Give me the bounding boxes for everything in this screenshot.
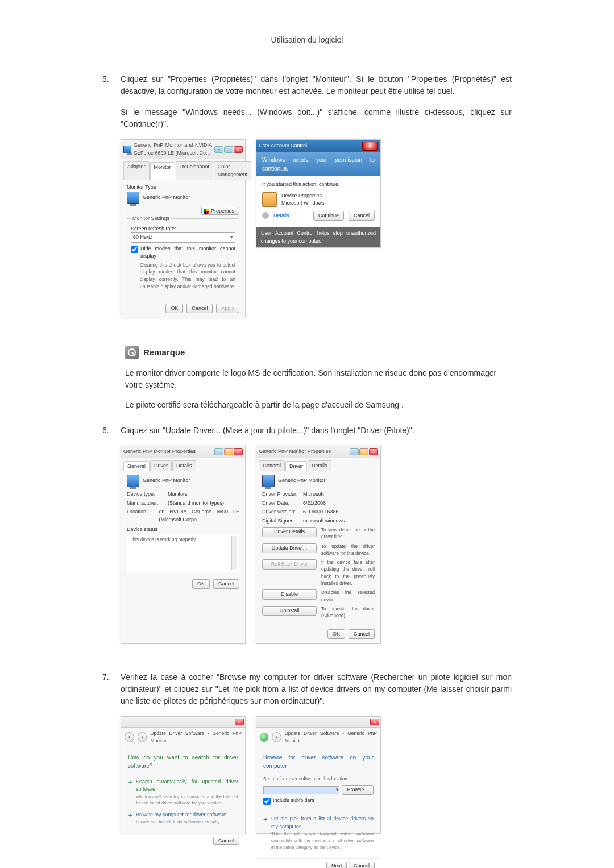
device-name: Generic PnP Monitor [278, 477, 325, 485]
close-button[interactable]: x [234, 448, 243, 455]
cancel-button[interactable]: Cancel [349, 211, 375, 221]
step-5-text-2: Si le message "Windows needs... (Windows… [121, 106, 512, 130]
cancel-button[interactable]: Cancel [213, 579, 239, 589]
include-subfolders-checkbox[interactable] [263, 798, 271, 805]
maximize-button[interactable]: ▢ [224, 448, 233, 455]
chevron-down-icon [262, 212, 269, 219]
step-5-text-1: Cliquez sur "Properties (Propriétés)" da… [121, 73, 512, 97]
device-status-box: This device is working properly. [127, 534, 239, 572]
tab-details[interactable]: Details [308, 460, 331, 471]
refresh-rate-label: Screen refresh rate: [131, 225, 235, 233]
forward-button[interactable]: › [272, 732, 281, 742]
manufacturer-value: (Standard monitor types) [168, 500, 224, 508]
ok-button[interactable]: OK [165, 304, 183, 314]
minimize-button[interactable]: – [214, 146, 223, 153]
location-input[interactable]: ▾ [263, 786, 339, 794]
close-button[interactable]: x [370, 719, 379, 725]
roll-back-driver-button[interactable]: Roll Back Driver [262, 559, 317, 570]
maximize-button[interactable]: ▢ [224, 146, 233, 153]
device-name: Generic PnP Monitor [143, 477, 190, 485]
hide-modes-label: Hide modes that this monitor cannot disp… [140, 245, 235, 260]
close-button[interactable]: x [369, 448, 378, 455]
app-icon [262, 192, 277, 207]
location-label: Location: [127, 508, 156, 524]
device-type-value: Monitors [168, 491, 188, 499]
forward-button[interactable]: › [138, 732, 147, 742]
tab-details[interactable]: Details [172, 460, 196, 471]
scrollbar[interactable] [231, 536, 237, 570]
arrow-icon: ➔ [263, 816, 268, 824]
next-button[interactable]: Next [326, 862, 347, 868]
tab-troubleshoot[interactable]: Troubleshoot [176, 161, 213, 180]
minimize-button[interactable]: – [214, 448, 223, 455]
update-driver-browse-dialog: x ‹ › Update Driver Software - Generic P… [256, 716, 381, 834]
browse-computer-option[interactable]: ➔ Browse my computer for driver software… [128, 809, 238, 828]
note-text-2: Le pilote certifié sera téléchargeable à… [125, 399, 512, 411]
update-driver-button[interactable]: Update Driver... [262, 543, 317, 554]
device-type-label: Device type: [127, 491, 164, 499]
hide-modes-help: Clearing this check box allows you to se… [140, 261, 235, 290]
dialog-title: Generic PnP Monitor and NVIDIA GeForce 6… [134, 142, 212, 157]
back-button[interactable]: ‹ [260, 733, 268, 742]
tab-adapter[interactable]: Adapter [123, 161, 150, 180]
include-subfolders-label: Include subfolders [273, 797, 314, 805]
minimize-button[interactable]: – [350, 448, 359, 455]
monitor-type-group-label: Monitor Type [127, 184, 239, 192]
note-heading: Remarque [143, 346, 185, 359]
device-status-text: This device is working properly. [130, 536, 197, 570]
cancel-button[interactable]: Cancel [186, 304, 213, 314]
browse-computer-title: Browse my computer for driver software [136, 811, 226, 819]
cancel-button[interactable]: Cancel [349, 629, 375, 639]
tab-monitor[interactable]: Monitor [150, 162, 175, 180]
step-5-number: 5. [102, 73, 121, 334]
search-auto-title: Search automatically for updated driver … [136, 778, 238, 794]
hide-modes-checkbox[interactable] [131, 246, 138, 253]
uninstall-button[interactable]: Uninstall [262, 606, 317, 616]
maximize-button[interactable]: ▢ [359, 448, 368, 455]
let-me-pick-option[interactable]: ➔ Let me pick from a list of device driv… [263, 813, 374, 853]
refresh-rate-value: 60 Hertz [133, 234, 152, 242]
driver-version-value: 6.0.6000.16386 [303, 508, 339, 516]
breadcrumb: Update Driver Software - Generic PnP Mon… [285, 730, 377, 745]
arrow-icon: ➔ [128, 779, 132, 787]
monitor-type-name: Generic PnP Monitor [143, 194, 190, 202]
note-text-1: Le monitor driver comporte le logo MS de… [125, 367, 512, 391]
back-button[interactable]: ‹ [125, 732, 134, 742]
properties-button[interactable]: Properties [201, 207, 239, 215]
disable-button[interactable]: Disable [262, 589, 317, 600]
wizard-heading: Browse for driver software on your compu… [263, 753, 374, 770]
driver-details-button[interactable]: Driver Details [262, 527, 317, 537]
digital-signer-label: Digital Signer: [262, 517, 300, 525]
location-label: Search for driver software in this locat… [263, 776, 374, 783]
tab-driver[interactable]: Driver [285, 461, 307, 472]
update-driver-search-dialog: x ‹ › Update Driver Software - Generic P… [121, 716, 246, 834]
close-button[interactable]: X [362, 142, 378, 151]
tab-color-management[interactable]: Color Management [214, 161, 252, 180]
uac-subtext: If you started this action, continue. [262, 181, 375, 189]
arrow-icon: ➔ [128, 812, 132, 820]
chevron-down-icon: ▾ [230, 234, 233, 242]
refresh-rate-select[interactable]: 60 Hertz ▾ [131, 232, 235, 243]
continue-button[interactable]: Continue [313, 211, 344, 221]
driver-provider-label: Driver Provider: [262, 491, 300, 499]
tab-driver[interactable]: Driver [150, 460, 172, 471]
tab-general[interactable]: General [259, 460, 285, 471]
apply-button[interactable]: Apply [216, 304, 239, 314]
ok-button[interactable]: OK [327, 629, 345, 639]
manufacturer-label: Manufacturer: [127, 500, 164, 508]
cancel-button[interactable]: Cancel [213, 837, 239, 845]
tab-general[interactable]: General [123, 461, 150, 472]
browse-computer-desc: Locate and install driver software manua… [136, 819, 226, 825]
close-button[interactable]: x [235, 719, 244, 725]
uac-program-name: Device Properties [281, 192, 325, 200]
ok-button[interactable]: OK [192, 579, 210, 589]
close-button[interactable]: x [234, 146, 243, 153]
page-header: Utilisation du logiciel [102, 34, 512, 46]
step-6-number: 6. [102, 425, 121, 660]
roll-back-driver-desc: If the device fails after updating the d… [321, 559, 375, 587]
browse-button[interactable]: Browse... [342, 785, 374, 795]
cancel-button[interactable]: Cancel [349, 862, 375, 868]
uac-details-link[interactable]: Details [273, 212, 289, 220]
breadcrumb: Update Driver Software - Generic PnP Mon… [150, 730, 242, 745]
search-auto-option[interactable]: ➔ Search automatically for updated drive… [128, 776, 238, 809]
